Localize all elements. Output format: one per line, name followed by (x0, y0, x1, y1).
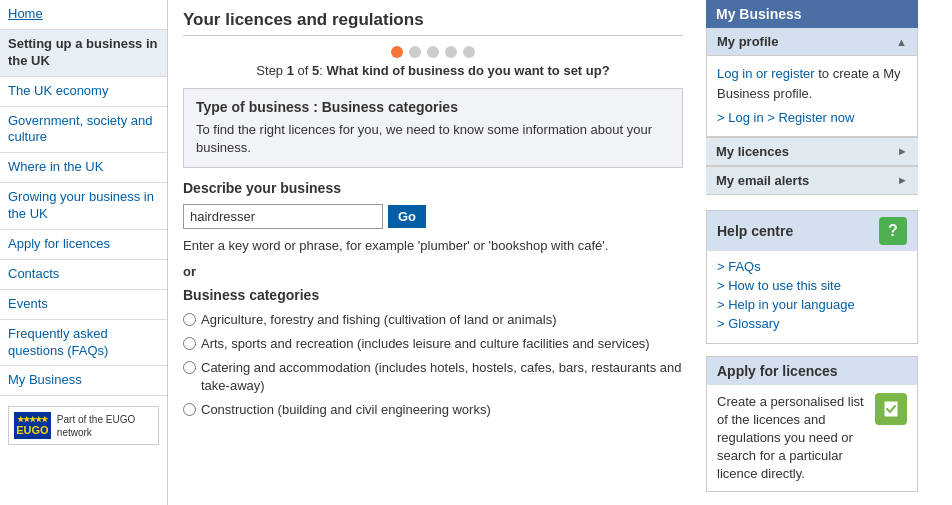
sidebar-link-growing[interactable]: Growing your business in the UK (0, 183, 167, 229)
sidebar-item-home[interactable]: Home (0, 0, 167, 30)
category-catering[interactable]: Catering and accommodation (includes hot… (183, 359, 683, 395)
step-label: Step (256, 63, 283, 78)
main-content: Your licences and regulations Step 1 of … (168, 0, 698, 505)
chevron-right-icon2: ► (897, 174, 908, 186)
help-centre-content: > FAQs > How to use this site > Help in … (707, 251, 917, 343)
register-link[interactable]: > Register now (767, 110, 854, 125)
info-box: Type of business : Business categories T… (183, 88, 683, 168)
dot-2 (409, 46, 421, 58)
my-profile-content: Log in or register to create a My Busine… (707, 56, 917, 136)
login-register-text: Log in or register to create a My Busine… (717, 64, 907, 103)
my-profile-accordion: My profile ▲ Log in or register to creat… (706, 28, 918, 137)
my-business-header: My Business (706, 0, 918, 28)
search-input[interactable] (183, 204, 383, 229)
sidebar-link-home[interactable]: Home (0, 0, 167, 29)
apply-licences-icon (875, 393, 907, 425)
categories-title: Business categories (183, 287, 683, 303)
sidebar-item-my-business[interactable]: My Business (0, 366, 167, 396)
sidebar-item-contacts[interactable]: Contacts (0, 260, 167, 290)
sidebar-item-apply[interactable]: Apply for licences (0, 230, 167, 260)
eugo-label: EUGO (16, 424, 48, 436)
dot-3 (427, 46, 439, 58)
sidebar-link-government[interactable]: Government, society and culture (0, 107, 167, 153)
search-row: Go (183, 204, 683, 229)
dot-1 (391, 46, 403, 58)
progress-section: Step 1 of 5: What kind of business do yo… (183, 46, 683, 78)
sidebar-item-government[interactable]: Government, society and culture (0, 107, 167, 154)
chevron-right-icon: ► (897, 145, 908, 157)
my-profile-header[interactable]: My profile ▲ (707, 28, 917, 56)
info-box-title: Type of business : Business categories (196, 99, 670, 115)
sidebar-link-where-uk[interactable]: Where in the UK (0, 153, 167, 182)
login-link[interactable]: Log in or register (717, 66, 815, 81)
my-profile-label: My profile (717, 34, 778, 49)
sidebar-item-faqs[interactable]: Frequently asked questions (FAQs) (0, 320, 167, 367)
sidebar-link-faqs[interactable]: Frequently asked questions (FAQs) (0, 320, 167, 366)
sidebar-link-contacts[interactable]: Contacts (0, 260, 167, 289)
of-label: of (298, 63, 309, 78)
info-box-description: To find the right licences for you, we n… (196, 121, 670, 157)
apply-licences-description: Create a personalised list of the licenc… (717, 393, 867, 484)
chevron-up-icon: ▲ (896, 36, 907, 48)
radio-catering[interactable] (183, 361, 196, 374)
log-in-link[interactable]: > Log in (717, 110, 764, 125)
my-licences-header[interactable]: My licences ► (706, 137, 918, 166)
sidebar-link-apply[interactable]: Apply for licences (0, 230, 167, 259)
help-language-link[interactable]: > Help in your language (717, 297, 907, 312)
sidebar-link-events[interactable]: Events (0, 290, 167, 319)
sidebar-item-setting-up[interactable]: Setting up a business in the UK (0, 30, 167, 77)
my-licences-accordion[interactable]: My licences ► (706, 137, 918, 167)
sidebar-item-growing[interactable]: Growing your business in the UK (0, 183, 167, 230)
apply-licences-header: Apply for licences (707, 357, 917, 385)
category-arts[interactable]: Arts, sports and recreation (includes le… (183, 335, 683, 353)
faq-link[interactable]: > FAQs (717, 259, 907, 274)
help-centre-header: Help centre ? (707, 211, 917, 251)
page-title: Your licences and regulations (183, 10, 683, 36)
category-construction-label[interactable]: Construction (building and civil enginee… (201, 401, 491, 419)
progress-dots (183, 46, 683, 58)
glossary-link[interactable]: > Glossary (717, 316, 907, 331)
help-question-icon: ? (879, 217, 907, 245)
current-step: 1 (287, 63, 294, 78)
sidebar-nav: Home Setting up a business in the UK The… (0, 0, 167, 396)
category-catering-label[interactable]: Catering and accommodation (includes hot… (201, 359, 683, 395)
sidebar: Home Setting up a business in the UK The… (0, 0, 168, 505)
help-centre-title: Help centre (717, 223, 793, 239)
eugo-logo: ★★★★★ EUGO (14, 412, 51, 439)
eu-stars: ★★★★★ (17, 415, 47, 424)
category-agri[interactable]: Agriculture, forestry and fishing (culti… (183, 311, 683, 329)
category-construction[interactable]: Construction (building and civil enginee… (183, 401, 683, 419)
my-email-alerts-header[interactable]: My email alerts ► (706, 167, 918, 195)
category-arts-label[interactable]: Arts, sports and recreation (includes le… (201, 335, 650, 353)
sidebar-link-setting-up[interactable]: Setting up a business in the UK (0, 30, 167, 76)
apply-licences-content: Create a personalised list of the licenc… (707, 385, 917, 492)
sidebar-item-where-uk[interactable]: Where in the UK (0, 153, 167, 183)
apply-licences-panel: Apply for licences Create a personalised… (706, 356, 918, 493)
apply-licences-title: Apply for licences (717, 363, 838, 379)
my-email-alerts-label: My email alerts (716, 173, 809, 188)
sidebar-item-events[interactable]: Events (0, 290, 167, 320)
help-centre-panel: Help centre ? > FAQs > How to use this s… (706, 210, 918, 344)
radio-agri[interactable] (183, 313, 196, 326)
category-agri-label[interactable]: Agriculture, forestry and fishing (culti… (201, 311, 557, 329)
or-text: or (183, 264, 683, 279)
my-business-panel: My Business My profile ▲ Log in or regis… (706, 0, 918, 195)
eugo-box: ★★★★★ EUGO Part of the EUGO network (8, 406, 159, 445)
total-steps: 5 (312, 63, 319, 78)
sidebar-link-my-business[interactable]: My Business (0, 366, 167, 395)
dot-5 (463, 46, 475, 58)
step-question: What kind of business do you want to set… (327, 63, 610, 78)
radio-construction[interactable] (183, 403, 196, 416)
my-licences-label: My licences (716, 144, 789, 159)
sidebar-item-uk-economy[interactable]: The UK economy (0, 77, 167, 107)
radio-arts[interactable] (183, 337, 196, 350)
dot-4 (445, 46, 457, 58)
eugo-description: Part of the EUGO network (57, 413, 153, 439)
sidebar-link-uk-economy[interactable]: The UK economy (0, 77, 167, 106)
how-to-use-link[interactable]: > How to use this site (717, 278, 907, 293)
describe-title: Describe your business (183, 180, 683, 196)
go-button[interactable]: Go (388, 205, 426, 228)
hint-text: Enter a key word or phrase, for example … (183, 237, 683, 255)
right-panel: My Business My profile ▲ Log in or regis… (698, 0, 918, 505)
my-email-alerts-accordion[interactable]: My email alerts ► (706, 167, 918, 195)
